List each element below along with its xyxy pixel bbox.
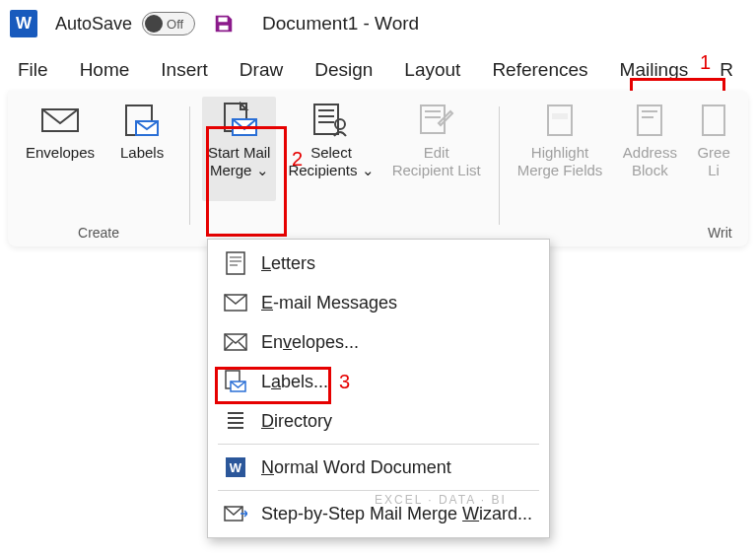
svg-rect-18 [703,105,724,135]
word-app-icon: W [10,10,37,37]
menu-envelopes-label: Envelopes...Envelopes... [261,332,359,353]
tab-home[interactable]: Home [80,59,130,81]
menu-letters-label: LLettersetters [261,253,315,274]
highlight-merge-fields-label: Highlight Merge Fields [517,144,603,179]
menu-item-labels[interactable]: Labels...Labels... [208,362,549,401]
annotation-number-1: 1 [700,51,711,74]
autosave-control[interactable]: AutoSave Off [55,12,195,35]
select-recipients-icon [312,101,350,140]
ribbon-tabs: File Home Insert Draw Design Layout Refe… [0,47,756,91]
address-block-label: Address Block [623,144,677,179]
group-write-label: Writ [708,225,736,246]
menu-item-wizard[interactable]: Step-by-Step Mail Merge Wizard...Step-by… [208,494,549,533]
greeting-line-button: Gree Li [691,97,735,201]
tab-review-partial[interactable]: R [720,59,733,81]
letters-icon [224,251,247,275]
group-start-mail-merge: Start Mail Merge ⌄ Select Recipients ⌄ E… [194,97,495,246]
tab-draw[interactable]: Draw [240,59,283,81]
ribbon-mailings: Envelopes Labels Create Start Mail Merge… [8,91,748,246]
email-icon [224,291,247,314]
labels-icon [124,101,160,140]
greeting-line-label: Gree Li [697,144,729,179]
envelopes-menu-icon [224,330,247,354]
svg-rect-15 [638,105,661,135]
directory-icon [224,409,247,433]
tab-mailings[interactable]: Mailings [620,59,689,81]
svg-rect-10 [421,105,445,133]
titlebar: W AutoSave Off Document1 - Word [0,0,756,47]
address-block-button: Address Block [614,97,685,201]
group-create-label: Create [78,225,119,246]
highlight-merge-fields-icon [544,101,576,140]
separator [499,106,500,225]
svg-rect-14 [552,113,568,119]
menu-item-email[interactable]: E-mail MessagesE-mail Messages [208,283,549,322]
labels-label: Labels [120,144,164,162]
menu-item-directory[interactable]: DirectoryDirectory [208,401,549,441]
toggle-knob-icon [145,15,163,33]
svg-rect-13 [548,105,572,135]
svg-rect-5 [314,104,338,134]
separator [189,106,190,225]
envelopes-button[interactable]: Envelopes [20,97,101,201]
wizard-icon [224,502,247,525]
word-doc-icon: W [224,455,247,479]
start-mail-merge-menu: LLettersetters E-mail MessagesE-mail Mes… [207,239,550,538]
document-title: Document1 - Word [262,13,419,35]
annotation-number-3: 3 [339,371,350,393]
menu-separator [218,444,539,445]
highlight-merge-fields-button: Highlight Merge Fields [512,97,609,201]
tab-layout[interactable]: Layout [404,59,460,81]
menu-wizard-label: Step-by-Step Mail Merge Wizard...Step-by… [261,504,532,524]
svg-rect-19 [227,252,244,274]
annotation-number-2: 2 [292,148,303,171]
menu-item-letters[interactable]: LLettersetters [208,244,549,283]
labels-menu-icon [224,370,247,393]
start-mail-merge-icon [221,101,258,140]
labels-button[interactable]: Labels [106,97,177,201]
edit-recipient-list-button: Edit Recipient List [386,97,487,201]
menu-item-normal-doc[interactable]: W Normal Word DocumentNormal Word Docume… [208,448,549,487]
greeting-line-icon [701,101,726,140]
svg-point-9 [335,119,345,129]
group-write-insert: Highlight Merge Fields Address Block Gre… [504,97,744,246]
autosave-toggle[interactable]: Off [142,12,195,35]
tab-insert[interactable]: Insert [161,59,208,81]
menu-labels-label: Labels...Labels... [261,372,328,392]
autosave-label: AutoSave [55,14,132,35]
address-block-icon [634,101,665,140]
envelopes-label: Envelopes [26,144,95,162]
save-icon[interactable] [213,13,235,35]
menu-directory-label: DirectoryDirectory [261,411,332,432]
menu-email-label: E-mail MessagesE-mail Messages [261,293,397,313]
edit-recipient-list-icon [419,101,454,140]
menu-separator [218,490,539,491]
svg-text:W: W [230,460,242,475]
tab-file[interactable]: File [18,59,48,81]
menu-item-envelopes[interactable]: Envelopes...Envelopes... [208,322,549,362]
edit-recipient-list-label: Edit Recipient List [392,144,481,179]
menu-normal-label: Normal Word DocumentNormal Word Document [261,457,451,478]
tab-references[interactable]: References [492,59,587,81]
envelope-icon [40,101,80,140]
group-create: Envelopes Labels Create [12,97,185,246]
tab-design[interactable]: Design [314,59,373,81]
start-mail-merge-label: Start Mail Merge ⌄ [208,144,270,179]
start-mail-merge-button[interactable]: Start Mail Merge ⌄ [202,97,276,201]
toggle-state-text: Off [167,17,183,32]
